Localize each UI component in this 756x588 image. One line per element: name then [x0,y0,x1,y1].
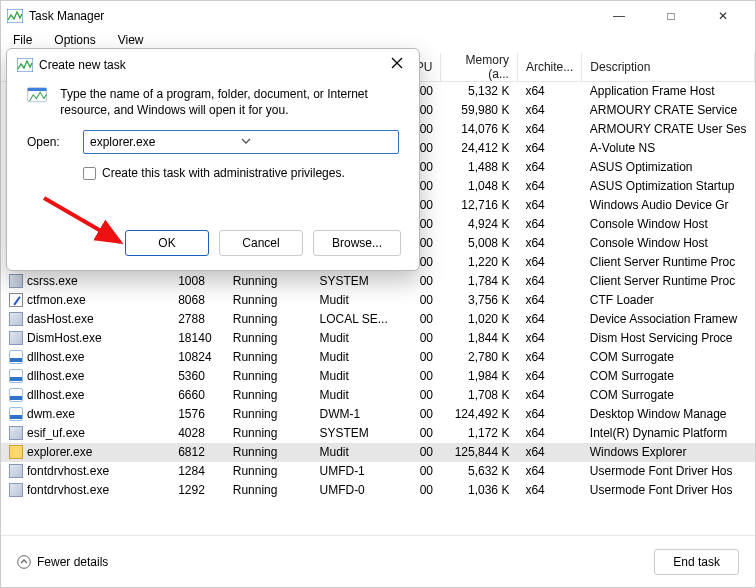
table-row[interactable]: dllhost.exe5360RunningMudit001,984 Kx64C… [1,367,755,386]
chevron-down-icon[interactable] [241,135,392,149]
footer: Fewer details End task [1,535,755,587]
close-icon [391,57,403,69]
table-row[interactable]: csrss.exe1008RunningSYSTEM001,784 Kx64Cl… [1,272,755,291]
dialog-close-button[interactable] [385,55,409,74]
col-memory[interactable]: Memory (a... [441,53,517,82]
col-desc[interactable]: Description [582,53,755,82]
svg-rect-6 [28,88,47,91]
process-icon [9,331,23,345]
maximize-button[interactable]: □ [655,2,687,30]
browse-button[interactable]: Browse... [313,230,401,256]
process-icon [9,369,23,383]
table-row[interactable]: fontdrvhost.exe1284RunningUMFD-1005,632 … [1,462,755,481]
app-icon [7,9,23,23]
process-icon [9,350,23,364]
col-arch[interactable]: Archite... [517,53,581,82]
app-title: Task Manager [29,9,104,23]
chevron-up-icon [17,555,31,569]
open-label: Open: [27,135,69,149]
table-row[interactable]: fontdrvhost.exe1292RunningUMFD-0001,036 … [1,481,755,500]
process-icon [9,426,23,440]
svg-point-1 [18,555,31,568]
ok-button[interactable]: OK [125,230,209,256]
admin-label: Create this task with administrative pri… [102,166,345,180]
run-icon [27,86,48,116]
process-icon [9,293,23,307]
process-icon [9,312,23,326]
process-icon [9,464,23,478]
dialog-title: Create new task [39,58,126,72]
end-task-button[interactable]: End task [654,549,739,575]
table-row[interactable]: ctfmon.exe8068RunningMudit003,756 Kx64CT… [1,291,755,310]
process-icon [9,445,23,459]
admin-checkbox[interactable] [83,167,96,180]
close-button[interactable]: ✕ [707,2,739,30]
open-combobox[interactable]: explorer.exe [83,130,399,154]
titlebar[interactable]: Task Manager — □ ✕ [1,1,755,31]
process-icon [9,274,23,288]
fewer-details-label: Fewer details [37,555,108,569]
process-icon [9,388,23,402]
table-row[interactable]: explorer.exe6812RunningMudit00125,844 Kx… [1,443,755,462]
process-icon [9,483,23,497]
create-task-dialog: Create new task Type the name of a progr… [6,48,420,271]
dialog-app-icon [17,58,33,72]
table-row[interactable]: DismHost.exe18140RunningMudit001,844 Kx6… [1,329,755,348]
fewer-details-link[interactable]: Fewer details [17,555,108,569]
table-row[interactable]: esif_uf.exe4028RunningSYSTEM001,172 Kx64… [1,424,755,443]
minimize-button[interactable]: — [603,2,635,30]
table-row[interactable]: dllhost.exe6660RunningMudit001,708 Kx64C… [1,386,755,405]
open-value: explorer.exe [90,135,241,149]
table-row[interactable]: dasHost.exe2788RunningLOCAL SE...001,020… [1,310,755,329]
table-row[interactable]: dllhost.exe10824RunningMudit002,780 Kx64… [1,348,755,367]
cancel-button[interactable]: Cancel [219,230,303,256]
dialog-description: Type the name of a program, folder, docu… [60,86,399,118]
process-icon [9,407,23,421]
table-row[interactable]: dwm.exe1576RunningDWM-100124,492 Kx64Des… [1,405,755,424]
